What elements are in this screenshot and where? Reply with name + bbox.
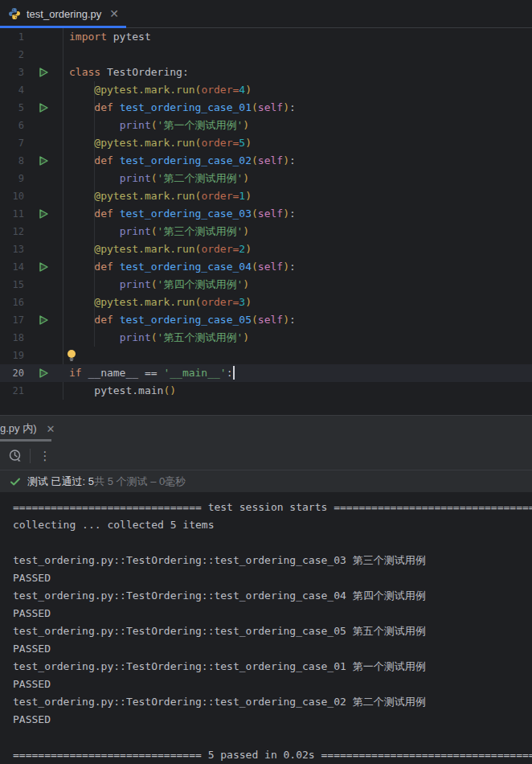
token-pl	[69, 154, 94, 166]
editor-line-14: 14 def test_ordering_case_04(self):	[0, 258, 532, 276]
code-text[interactable]: class TestOrdering:	[63, 64, 189, 81]
token-num: 1	[239, 190, 245, 202]
code-text[interactable]: print('第一个测试用例')	[63, 117, 249, 134]
console-line: PASSED	[13, 569, 532, 587]
code-text[interactable]: def test_ordering_case_03(self):	[63, 205, 296, 223]
token-deco: @pytest.mark.run	[94, 296, 194, 308]
token-fn: test_ordering_case_05	[120, 314, 252, 326]
line-number: 10	[0, 187, 24, 205]
run-test-button[interactable]	[38, 155, 49, 166]
line-number: 14	[0, 258, 24, 276]
console-line: PASSED	[13, 676, 532, 693]
token-str: '第五个测试用例'	[158, 331, 243, 343]
token-pl	[69, 243, 94, 255]
token-self: self	[258, 314, 283, 326]
code-text[interactable]: print('第二个测试用例')	[63, 170, 249, 187]
token-bi: print	[120, 225, 151, 237]
checkmark-icon	[10, 476, 21, 487]
editor-line-4: 4 @pytest.mark.run(order=4)	[0, 81, 532, 99]
token-par: )	[245, 84, 252, 96]
code-text[interactable]: @pytest.mark.run(order=2)	[63, 240, 252, 258]
code-text[interactable]: def test_ordering_case_01(self):	[63, 99, 296, 117]
token-arg: order=	[201, 296, 239, 308]
token-kw: import	[69, 31, 107, 43]
code-editor[interactable]: 1import pytest23class TestOrdering:4 @py…	[0, 28, 532, 415]
code-text[interactable]: print('第三个测试用例')	[63, 223, 249, 240]
code-text[interactable]: @pytest.mark.run(order=5)	[63, 134, 252, 152]
code-text[interactable]: def test_ordering_case_02(self):	[63, 152, 296, 170]
token-par: )	[243, 225, 249, 237]
code-text[interactable]: if __name__ == '__main__':	[63, 364, 235, 382]
console-line: test_ordering.py::TestOrdering::test_ord…	[13, 658, 532, 676]
line-number: 11	[0, 205, 24, 223]
token-kw: def	[94, 261, 113, 273]
gutter-spacer	[24, 329, 63, 347]
token-par: (	[151, 172, 158, 184]
toolbar-separator	[30, 449, 31, 463]
token-fn: test_ordering_case_03	[120, 207, 252, 220]
token-self: self	[258, 101, 283, 113]
code-text[interactable]: def test_ordering_case_04(self):	[63, 258, 296, 276]
run-test-button[interactable]	[38, 261, 49, 273]
editor-line-10: 10 @pytest.mark.run(order=1)	[0, 187, 532, 205]
line-number: 21	[0, 382, 24, 400]
code-text[interactable]: def test_ordering_case_05(self):	[63, 311, 296, 329]
token-fn: test_ordering_case_04	[120, 261, 252, 273]
code-text[interactable]: pytest.main()	[63, 382, 176, 400]
token-par: )	[245, 243, 252, 255]
token-par: (	[252, 314, 258, 326]
token-arg: order=	[201, 137, 239, 149]
gutter-spacer	[24, 170, 63, 187]
code-text[interactable]: import pytest	[63, 28, 151, 46]
intention-bulb-icon[interactable]	[66, 349, 77, 362]
editor-line-2: 2	[0, 46, 532, 64]
token-deco: @pytest.mark.run	[94, 137, 194, 149]
code-text[interactable]: @pytest.mark.run(order=3)	[63, 294, 252, 311]
token-deco: @pytest.mark.run	[94, 243, 194, 255]
tests-detail-text: 共 5 个测试 – 0毫秒	[94, 474, 186, 489]
token-par: (	[252, 261, 258, 273]
token-str: '第一个测试用例'	[158, 119, 243, 131]
more-options-button[interactable]: ⋮	[35, 446, 55, 466]
code-text[interactable]: @pytest.mark.run(order=1)	[63, 187, 252, 205]
run-tab-close-icon[interactable]: ✕	[47, 423, 55, 435]
run-test-button[interactable]	[38, 208, 49, 220]
run-test-button[interactable]	[38, 67, 49, 78]
gutter-spacer	[24, 134, 63, 152]
console-line: PASSED	[13, 711, 532, 729]
tests-passed-text: 测试 已通过: 5	[27, 474, 94, 489]
token-kw: if	[69, 367, 82, 379]
run-test-button[interactable]	[38, 102, 49, 113]
editor-tab-test-ordering[interactable]: test_ordering.py ✕	[0, 0, 129, 27]
token-pl	[69, 101, 94, 113]
token-arg: order=	[201, 190, 239, 202]
test-console-output: ============================== test sess…	[0, 492, 532, 764]
test-history-button[interactable]	[5, 446, 26, 466]
code-text[interactable]: print('第五个测试用例')	[63, 329, 249, 347]
code-text[interactable]: @pytest.mark.run(order=4)	[63, 81, 252, 99]
token-self: self	[258, 207, 283, 220]
run-tool-window-tab[interactable]: g.py 内) ✕	[0, 416, 63, 442]
tab-close-icon[interactable]: ✕	[109, 8, 119, 19]
editor-line-11: 11 def test_ordering_case_03(self):	[0, 205, 532, 223]
line-number: 13	[0, 240, 24, 258]
console-line: test_ordering.py::TestOrdering::test_ord…	[13, 587, 532, 605]
code-text[interactable]: print('第四个测试用例')	[63, 276, 249, 294]
run-test-button[interactable]	[38, 368, 49, 379]
line-number: 4	[0, 81, 24, 99]
editor-line-9: 9 print('第二个测试用例')	[0, 170, 532, 187]
run-toolbar: ⋮	[0, 442, 532, 470]
token-pl	[69, 225, 120, 237]
editor-line-8: 8 def test_ordering_case_02(self):	[0, 152, 532, 170]
code-text[interactable]	[63, 347, 69, 364]
run-test-button[interactable]	[38, 314, 49, 326]
token-par: (	[151, 331, 158, 343]
line-number: 20	[0, 364, 24, 382]
editor-line-16: 16 @pytest.mark.run(order=3)	[0, 294, 532, 311]
token-arg: order=	[201, 243, 239, 255]
token-fn: test_ordering_case_02	[120, 154, 252, 166]
line-number: 15	[0, 276, 24, 294]
editor-line-21: 21 pytest.main()	[0, 382, 532, 400]
code-text[interactable]	[63, 46, 69, 64]
token-par: (	[252, 101, 258, 113]
